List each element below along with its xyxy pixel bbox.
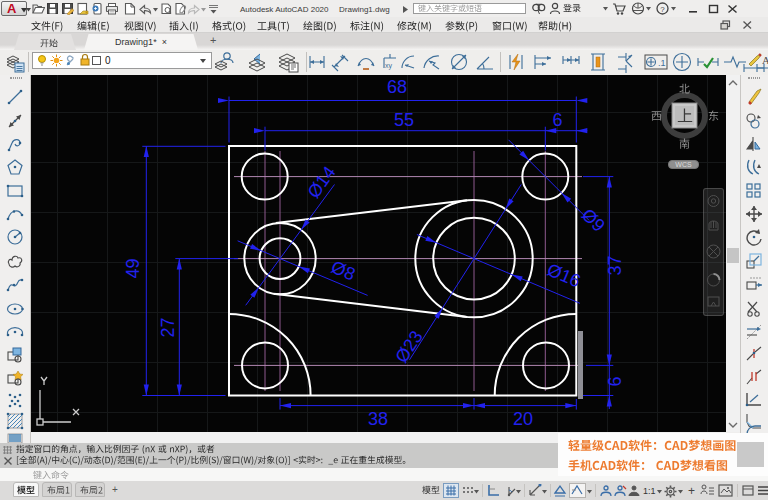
- svg-text:A: A: [762, 54, 768, 66]
- svg-text:Ø14: Ø14: [303, 163, 339, 202]
- svg-text:Ø23: Ø23: [391, 327, 426, 366]
- svg-text:6: 6: [605, 376, 625, 386]
- svg-text:.1: .1: [658, 58, 666, 68]
- svg-text:27: 27: [158, 317, 178, 337]
- svg-text:68: 68: [387, 77, 407, 97]
- svg-text:Ø9: Ø9: [578, 205, 609, 236]
- svg-text:20: 20: [513, 409, 533, 429]
- svg-text:55: 55: [394, 110, 414, 130]
- svg-text:49: 49: [123, 258, 143, 278]
- svg-text:38: 38: [368, 409, 388, 429]
- svg-text:?: ?: [660, 5, 665, 14]
- svg-text:37: 37: [605, 255, 625, 275]
- svg-text:xy: xy: [385, 62, 393, 70]
- svg-text:6: 6: [552, 110, 562, 130]
- svg-text:Ø16: Ø16: [544, 260, 583, 292]
